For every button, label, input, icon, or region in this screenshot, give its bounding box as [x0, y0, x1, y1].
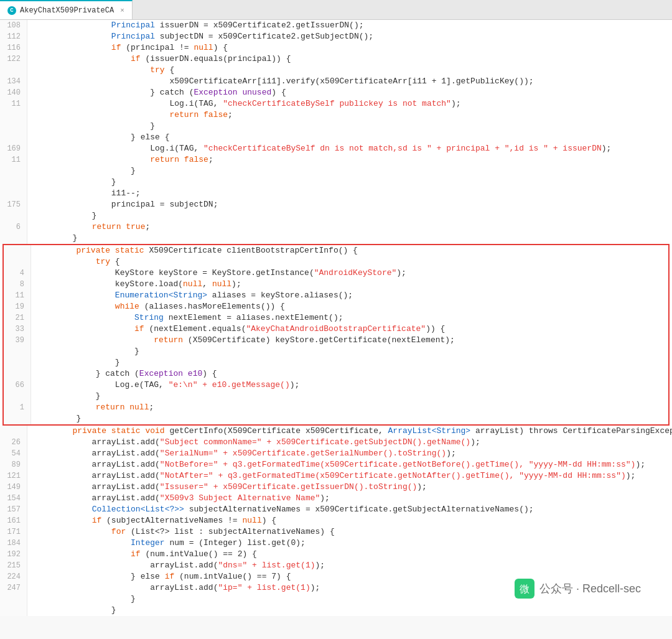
table-row: 54 arrayList.add("SerialNum=" + x509Cert… — [0, 448, 672, 459]
table-row: 149 arrayList.add("Issuser=" + x509Certi… — [0, 482, 672, 493]
top-lines: 108 Principal issuerDN = x509Certificate… — [0, 20, 672, 244]
code-area: 108 Principal issuerDN = x509Certificate… — [0, 20, 672, 616]
table-row: } — [4, 357, 668, 368]
table-row: 108 Principal issuerDN = x509Certificate… — [0, 20, 672, 31]
table-row: 161 if (subjectAlternativeNames != null)… — [0, 515, 672, 526]
table-row: } — [4, 391, 668, 402]
tab-akeyChat[interactable]: C AkeyChatX509PrivateCA × — [0, 0, 133, 19]
table-row: 33 if (nextElement.equals("AkeyChatAndro… — [4, 324, 668, 335]
table-row: 134 x509CertificateArr[i11].verify(x509C… — [0, 76, 672, 87]
svg-text:微: 微 — [520, 584, 530, 594]
table-row: } else { — [0, 132, 672, 143]
table-row: 66 Log.e(TAG, "e:\n" + e10.getMessage())… — [4, 380, 668, 391]
table-row: } — [4, 413, 668, 424]
tab-label: AkeyChatX509PrivateCA — [20, 6, 114, 15]
table-row: } — [0, 605, 672, 616]
highlighted-lines: private static X509Certificate clientBoo… — [4, 245, 668, 424]
table-row: 6 return true; — [0, 222, 672, 233]
table-row: 1 return null; — [4, 402, 668, 413]
table-row: try { — [4, 256, 668, 268]
table-row: 19 while (aliases.hasMoreElements()) { — [4, 301, 668, 312]
table-row: private static X509Certificate clientBoo… — [4, 245, 668, 256]
table-row: i11--; — [0, 188, 672, 199]
table-row: } — [0, 177, 672, 188]
tab-bar: C AkeyChatX509PrivateCA × — [0, 0, 672, 20]
table-row: 11 return false; — [0, 154, 672, 166]
table-row: 192 if (num.intValue() == 2) { — [0, 549, 672, 560]
table-row: } — [0, 233, 672, 244]
table-row: 171 for (List<?> list : subjectAlternati… — [0, 526, 672, 538]
table-row: } catch (Exception e10) { — [4, 368, 668, 380]
table-row: 21 String nextElement = aliases.nextElem… — [4, 312, 668, 324]
table-row: 39 return (X509Certificate) keyStore.get… — [4, 335, 668, 346]
table-row: 11 Log.i(TAG, "checkCertificateBySelf pu… — [0, 98, 672, 110]
table-row: 157 Collection<List<?>> subjectAlternati… — [0, 504, 672, 515]
table-row: } — [0, 210, 672, 222]
table-row: } — [0, 121, 672, 132]
watermark-text: 公众号 · Redcell-sec — [539, 581, 641, 596]
table-row: private static void getCertInfo(X509Cert… — [0, 426, 672, 437]
table-row: } — [0, 166, 672, 177]
table-row: } — [4, 346, 668, 357]
table-row: 121 arrayList.add("NotAfter=" + q3.getFo… — [0, 470, 672, 482]
watermark: 微 公众号 · Redcell-sec — [515, 579, 641, 599]
table-row: 89 arrayList.add("NotBefore=" + q3.getFo… — [0, 459, 672, 470]
table-row: try { — [0, 65, 672, 76]
wechat-icon: 微 — [515, 579, 534, 599]
table-row: 169 Log.i(TAG, "checkCertificateBySelf d… — [0, 143, 672, 154]
table-row: 4 KeyStore keyStore = KeyStore.getInstan… — [4, 268, 668, 279]
table-row: 8 keyStore.load(null, null); — [4, 279, 668, 290]
table-row: return false; — [0, 110, 672, 121]
table-row: 116 if (principal != null) { — [0, 42, 672, 54]
table-row: 215 arrayList.add("dns=" + list.get(1)); — [0, 560, 672, 571]
highlight-box: private static X509Certificate clientBoo… — [2, 244, 670, 426]
table-row: 184 Integer num = (Integer) list.get(0); — [0, 538, 672, 549]
table-row: 11 Enumeration<String> aliases = keyStor… — [4, 290, 668, 301]
tab-close-button[interactable]: × — [120, 7, 124, 14]
tab-icon: C — [7, 6, 16, 15]
table-row: 154 arrayList.add("X509v3 Subject Altern… — [0, 493, 672, 504]
table-row: 122 if (issuerDN.equals(principal)) { — [0, 54, 672, 65]
table-row: 175 principal = subjectDN; — [0, 199, 672, 210]
table-row: 26 arrayList.add("Subject commonName=" +… — [0, 437, 672, 448]
table-row: 140 } catch (Exception unused) { — [0, 87, 672, 98]
table-row: 112 Principal subjectDN = x509Certificat… — [0, 31, 672, 42]
